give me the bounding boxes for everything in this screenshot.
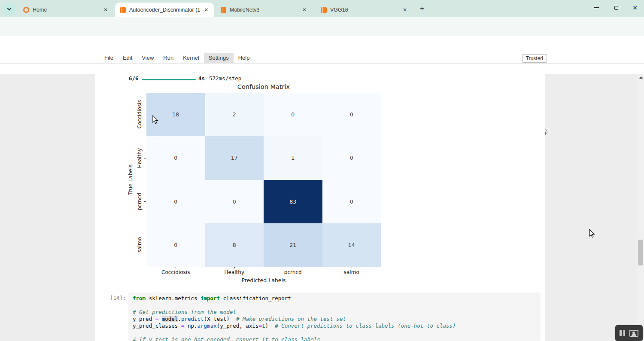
window-close-button[interactable]: ✕ [626,0,644,15]
menu-file[interactable]: File [100,53,118,63]
tab-search-button[interactable] [3,3,15,15]
restore-icon [614,6,618,10]
close-icon: ✕ [632,4,638,11]
menu-view[interactable]: View [137,53,158,63]
heatmap-cell: 0 [146,223,205,267]
trusted-button[interactable]: Trusted [522,54,547,63]
tab-separator [314,6,314,12]
chevron-down-icon [7,6,12,10]
notebook-favicon [120,7,126,13]
menu-help[interactable]: Help [234,53,255,63]
code-line: y_pred_classes = np.argmax(y_pred, axis=… [133,323,536,329]
notebook-toolbar: + ✂ ▶ ■ ↻ ▶▶ Code JupyterLab ⚙ Python 3 … [0,64,644,74]
browser-nav-bar: ← → ↻ i localhost:8888/notebooks/Autoenc… [0,17,644,36]
y-tick-labels: CoccidiosisHealthypcrncdsalmo [135,93,144,267]
picture-in-picture-icon[interactable] [629,330,638,337]
heatmap-cell: 83 [264,180,322,223]
x-tick-label: Coccidiosis [146,269,205,276]
menu-settings[interactable]: Settings [204,53,234,63]
code-line: # If y_test is one-hot encoded, convert … [133,336,536,341]
progress-bar [142,79,196,80]
heatmap-cell: 17 [205,136,264,180]
notebook-header: jupyter Autoencoder_Discriminator (1) La… [0,36,644,52]
scrollbar-thumb[interactable] [638,240,643,265]
tab-close-icon[interactable]: ✕ [203,6,210,13]
progress-rate: 572ms/step [209,75,241,82]
menu-run[interactable]: Run [158,53,178,63]
y-tick-label: pcrncd [135,180,144,223]
progress-time: 4s [198,75,205,82]
heatmap-cell: 14 [322,223,381,267]
code-line: from sklearn.metrics import classificati… [133,295,536,302]
tab-label: Home [33,7,47,13]
pause-icon[interactable] [620,330,625,336]
tab-close-icon[interactable]: ✕ [102,6,109,13]
heatmap-cell: 0 [264,93,322,136]
heatmap-cell: 0 [146,136,205,180]
tab-label: MobileNetv3 [230,7,259,13]
notebook-menu-bar: File Edit View Run Kernel Settings Help [0,52,644,64]
tab-label: VGG16 [330,7,348,13]
window-minimize-button[interactable] [587,0,605,15]
heatmap-cell: 0 [205,180,264,223]
code-line: # Get predictions from the model [133,309,536,316]
heatmap-grid: 182000171000830082114 [146,93,381,267]
tab-vgg16[interactable]: VGG16 ✕ [316,3,413,17]
heatmap-cell: 8 [205,223,264,267]
heatmap-cell: 0 [322,93,381,136]
heatmap-cell: 0 [322,180,381,223]
tab-close-icon[interactable]: ✕ [301,6,308,13]
tab-label: Autoencoder_Discriminator (1) [129,7,200,13]
mouse-cursor [152,115,159,125]
progress-count: 6/6 [129,75,139,82]
heatmap-cell: 0 [146,180,205,223]
y-tick-label: Coccidiosis [135,93,144,136]
y-axis-label: True Labels [127,93,134,267]
menu-edit[interactable]: Edit [118,53,137,63]
x-tick-label: salmo [322,269,381,276]
x-axis-label: Predicted Labels [146,277,381,283]
x-tick-label: pcrncd [264,269,322,276]
y-tick-label: Healthy [135,136,144,180]
tab-mobilenetv3[interactable]: MobileNetv3 ✕ [216,3,312,17]
browser-tab-strip: Home ✕ Autoencoder_Discriminator (1) ✕ M… [0,0,644,17]
code-line [133,329,536,336]
heatmap-cell: 21 [264,223,322,267]
mouse-cursor-secondary [589,229,596,238]
heatmap-cell: 1 [264,136,322,180]
code-line: y_pred = model.predict(X_test) # Make pr… [133,316,536,323]
x-tick-labels: CoccidiosisHealthypcrncdsalmo [146,269,381,276]
tab-autoencoder-discriminator[interactable]: Autoencoder_Discriminator (1) ✕ [115,3,214,17]
new-tab-button[interactable]: + [417,4,427,13]
cell-execution-count: [14]: [110,295,126,301]
scrollbar-up-arrow[interactable] [639,76,643,79]
code-line [133,302,536,309]
tab-home[interactable]: Home ✕ [18,3,113,17]
tab-close-icon[interactable]: ✕ [401,6,408,13]
notebook-favicon [321,7,327,13]
jupyter-favicon [23,7,29,13]
y-tick-label: salmo [135,223,144,267]
x-tick-label: Healthy [205,269,264,276]
menu-kernel[interactable]: Kernel [178,53,204,63]
heatmap-cell: 18 [146,93,205,136]
notebook-favicon [221,7,226,13]
recorder-overlay [615,325,643,341]
heatmap-cell: 0 [322,136,381,180]
scrollbar-track[interactable] [637,74,644,341]
minimize-icon [594,7,599,8]
code-editor[interactable]: from sklearn.metrics import classificati… [128,292,541,341]
chart-title: Confusion Matrix [146,83,381,90]
window-restore-button[interactable] [607,0,625,15]
heatmap-cell: 2 [205,93,264,136]
